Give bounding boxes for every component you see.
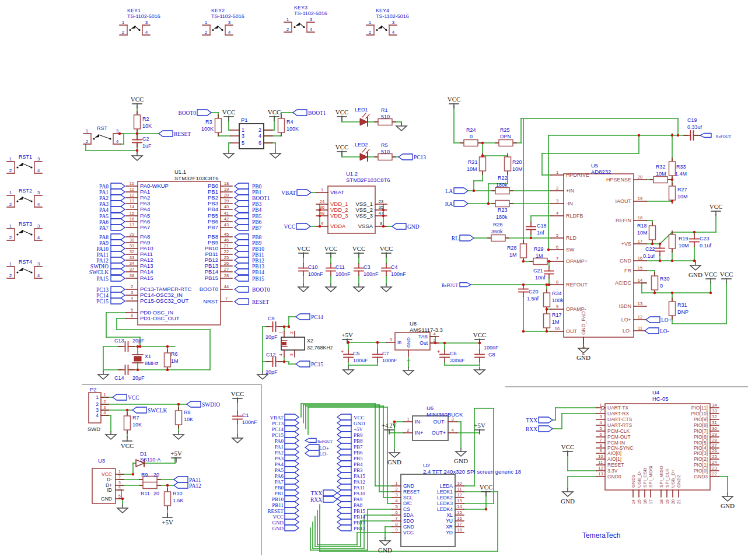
net-flag-GND[interactable]: GND bbox=[272, 519, 299, 526]
net-flag-ReFOUT[interactable]: ReFOUT bbox=[305, 439, 333, 444]
net-flag-PB11[interactable]: PB11 bbox=[235, 251, 264, 258]
power-flag-VCC[interactable]: VCC bbox=[704, 271, 718, 283]
net-flag-PB0[interactable]: PB0 bbox=[235, 183, 262, 190]
gnd-symbol[interactable] bbox=[232, 435, 243, 443]
power-flag-VCC[interactable]: VCC bbox=[324, 245, 338, 257]
net-flag-RA[interactable]: RA bbox=[445, 201, 468, 207]
power-flag-VCC[interactable]: VCC bbox=[121, 437, 134, 449]
switch-KEY1[interactable]: KEY1TS-1102-50161234 bbox=[120, 8, 160, 35]
resistor-R5[interactable]: R5510 bbox=[375, 142, 396, 160]
net-flag-PB10[interactable]: PB10 bbox=[235, 246, 264, 252]
switch-RST3[interactable]: RST31234 bbox=[7, 221, 42, 240]
net-flag-SWCLK[interactable]: SWCLK bbox=[132, 407, 167, 414]
resistor-R23[interactable]: R23180k bbox=[492, 201, 513, 220]
led-LED2[interactable]: LED2 bbox=[355, 142, 369, 161]
gnd-symbol[interactable] bbox=[403, 368, 414, 375]
net-flag-RESET[interactable]: RESET bbox=[159, 131, 191, 137]
gnd-symbol[interactable] bbox=[106, 432, 116, 439]
net-flag-PB4[interactable]: PB4 bbox=[235, 206, 262, 213]
net-flag-PA2[interactable]: PA2 bbox=[275, 449, 299, 456]
ic-P1[interactable]: P1135246 bbox=[230, 117, 272, 149]
net-flag-PB14[interactable]: PB14 bbox=[235, 269, 264, 275]
switch-RST2[interactable]: RST21234 bbox=[7, 188, 42, 207]
power-flag-VCC[interactable]: VCC bbox=[222, 108, 236, 121]
gnd-symbol[interactable] bbox=[98, 372, 109, 379]
capacitor-C8[interactable]: C8100nF bbox=[475, 345, 499, 362]
resistor-R26[interactable]: R26360k bbox=[488, 222, 509, 242]
net-flag-PB4[interactable]: PB4 bbox=[337, 461, 363, 467]
net-flag-BOOT0[interactable]: BOOT0 bbox=[235, 286, 270, 293]
net-flag-GND[interactable]: GND bbox=[337, 420, 365, 426]
ic-U1.2[interactable]: U1.2STM32F103C8T61VBAT24VDD_136VDD_248VD… bbox=[316, 170, 390, 233]
net-flag-PA11[interactable]: PA11 bbox=[97, 251, 125, 258]
net-flag-PA7[interactable]: PA7 bbox=[99, 225, 125, 231]
power-flag-VCC[interactable]: VCC bbox=[380, 245, 393, 257]
net-flag-PC15[interactable]: PC15 bbox=[96, 298, 125, 304]
switch-KEY4[interactable]: KEY4TS-1102-50161234 bbox=[366, 8, 409, 35]
capacitor-C23[interactable]: C230.1uf bbox=[690, 235, 712, 249]
net-flag-BOOT0[interactable]: BOOT0 bbox=[178, 110, 211, 116]
net-flag-PA6[interactable]: PA6 bbox=[99, 219, 125, 225]
gnd-symbol[interactable] bbox=[298, 284, 309, 292]
power-flag-+5V[interactable]: +5V bbox=[341, 331, 353, 344]
gnd-symbol[interactable]: GND bbox=[387, 450, 401, 466]
net-flag-PB12[interactable]: PB12 bbox=[235, 257, 264, 264]
net-flag-ReFOUT[interactable]: ReFOUT bbox=[700, 134, 732, 139]
net-flag-PB8[interactable]: PB8 bbox=[337, 438, 363, 444]
net-flag-PA8[interactable]: PA8 bbox=[99, 234, 125, 240]
gnd-symbol[interactable]: GND bbox=[561, 489, 575, 505]
net-flag-PB13[interactable]: PB13 bbox=[337, 519, 366, 526]
net-flag-SWCLK[interactable]: SWCLK bbox=[89, 269, 125, 275]
net-flag-VCC[interactable]: VCC bbox=[113, 394, 139, 401]
resistor-R19[interactable]: R1910M bbox=[669, 231, 689, 252]
net-flag-PB7[interactable]: PB7 bbox=[235, 225, 262, 231]
net-flag-LA[interactable]: LA bbox=[445, 188, 468, 194]
net-flag-PB7[interactable]: PB7 bbox=[337, 443, 363, 450]
ic-U2[interactable]: U22,4 TFT 240x320 SPI screen generic 181… bbox=[392, 462, 521, 547]
net-flag-RXX[interactable]: RXX bbox=[526, 426, 553, 432]
net-flag-PB14[interactable]: PB14 bbox=[337, 513, 366, 520]
net-flag-PC15[interactable]: PC15 bbox=[296, 361, 323, 368]
net-flag-PB6[interactable]: PB6 bbox=[235, 219, 262, 225]
gnd-symbol[interactable] bbox=[343, 367, 354, 374]
resistor-R2[interactable]: R210K bbox=[134, 111, 152, 132]
net-flag-PA11[interactable]: PA11 bbox=[174, 477, 201, 483]
gnd-symbol[interactable]: GND bbox=[378, 538, 392, 554]
led-LED1[interactable]: LED1 bbox=[355, 107, 369, 126]
net-flag-PA4[interactable]: PA4 bbox=[99, 206, 125, 213]
net-flag-+5V[interactable]: +5V bbox=[337, 426, 363, 432]
switch-KEY2[interactable]: KEY2TS-1102-50161234 bbox=[202, 8, 244, 35]
net-flag-PB15[interactable]: PB15 bbox=[235, 275, 264, 282]
power-flag-VCC[interactable]: VCC bbox=[480, 484, 493, 496]
net-flag-PB1[interactable]: PB1 bbox=[274, 490, 299, 496]
power-flag-+5V[interactable]: +5V bbox=[162, 513, 173, 526]
net-flag-GND[interactable]: GND bbox=[272, 525, 299, 531]
resistor-R9[interactable]: R920 bbox=[139, 472, 160, 483]
power-flag-VCC[interactable]: VCC bbox=[561, 443, 575, 456]
net-flag-PB8[interactable]: PB8 bbox=[235, 234, 262, 240]
net-flag-SWDIO[interactable]: SWDIO bbox=[90, 263, 125, 270]
power-flag-VCC[interactable]: VCC bbox=[297, 245, 310, 257]
net-flag-PC13[interactable]: PC13 bbox=[399, 154, 426, 160]
gnd-symbol[interactable] bbox=[474, 367, 485, 374]
resistor-R32[interactable]: R3210M bbox=[650, 164, 671, 183]
net-flag-PC14[interactable]: PC14 bbox=[272, 426, 299, 432]
net-flag-PC14[interactable]: PC14 bbox=[96, 292, 125, 299]
net-flag-PA4[interactable]: PA4 bbox=[275, 461, 299, 467]
switch-RST[interactable]: RST1234 bbox=[83, 125, 121, 144]
capacitor-C19[interactable]: C190.33uf bbox=[684, 117, 702, 140]
resistor-R25[interactable]: R25DPN bbox=[495, 127, 516, 146]
net-flag-PA10[interactable]: PA10 bbox=[337, 490, 365, 496]
net-flag-PB3[interactable]: PB3 bbox=[235, 201, 262, 207]
power-flag-+5V[interactable]: +5V bbox=[170, 450, 182, 462]
net-flag-RL[interactable]: RL bbox=[452, 235, 474, 242]
switch-RST1[interactable]: RST11234 bbox=[7, 154, 42, 173]
resistor-R31[interactable]: R31DNP bbox=[669, 298, 689, 319]
capacitor-C9[interactable]: C920pF bbox=[265, 316, 282, 340]
net-flag-RESET[interactable]: RESET bbox=[235, 299, 269, 305]
ic-P2[interactable]: P211223344 bbox=[89, 386, 109, 423]
net-flag-TXX[interactable]: TXX bbox=[526, 417, 553, 424]
capacitor-C4[interactable]: C4100nF bbox=[382, 264, 406, 277]
gnd-symbol[interactable] bbox=[223, 150, 234, 158]
net-flag-PB11[interactable]: PB11 bbox=[272, 502, 299, 508]
